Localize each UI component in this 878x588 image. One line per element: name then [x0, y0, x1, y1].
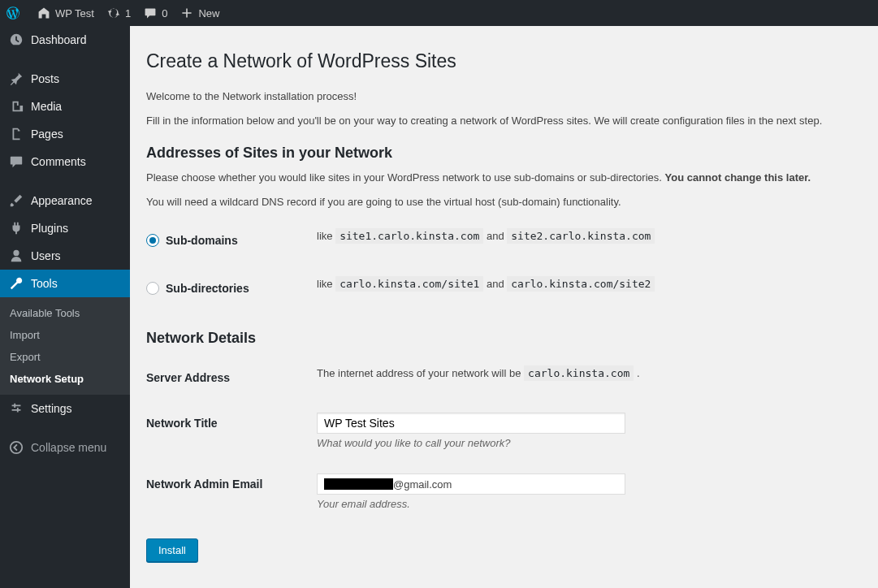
new-label: New — [198, 7, 219, 19]
menu-tools[interactable]: Tools — [0, 270, 130, 297]
address-options-table: Sub-domains like site1.carlo.kinsta.com … — [146, 218, 862, 313]
addresses-choice-text: Please choose whether you would like sit… — [146, 170, 862, 186]
user-icon — [8, 249, 24, 263]
menu-pages[interactable]: Pages — [0, 120, 130, 148]
submenu-network-setup[interactable]: Network Setup — [0, 368, 130, 390]
pin-icon — [8, 71, 24, 86]
page-icon — [8, 127, 24, 141]
home-icon — [37, 6, 50, 19]
welcome-text: Welcome to the Network installation proc… — [146, 89, 862, 105]
redacted-email-prefix — [324, 478, 393, 490]
subdomains-example: like site1.carlo.kinsta.com and site2.ca… — [309, 218, 862, 266]
network-title-input[interactable] — [317, 413, 625, 434]
comments-icon — [8, 154, 24, 169]
menu-users[interactable]: Users — [0, 242, 130, 270]
wp-logo-menu[interactable] — [0, 0, 31, 26]
subdirectories-example: like carlo.kinsta.com/site1 and carlo.ki… — [309, 266, 862, 313]
server-address-label: Server Address — [146, 355, 309, 400]
subdirectories-option[interactable]: Sub-directories — [146, 282, 249, 295]
admin-sidebar: Dashboard Posts Media Pages Comments App… — [0, 26, 130, 588]
media-icon — [8, 99, 24, 114]
network-title-description: What would you like to call your network… — [317, 437, 854, 449]
subdomains-option[interactable]: Sub-domains — [146, 234, 238, 247]
network-details-heading: Network Details — [146, 330, 862, 347]
plugin-icon — [8, 221, 24, 236]
wordpress-icon — [6, 6, 19, 19]
menu-settings[interactable]: Settings — [0, 395, 130, 422]
menu-media[interactable]: Media — [0, 93, 130, 120]
menu-dashboard[interactable]: Dashboard — [0, 26, 130, 54]
tools-submenu: Available Tools Import Export Network Se… — [0, 297, 130, 395]
addresses-heading: Addresses of Sites in your Network — [146, 145, 862, 162]
menu-plugins[interactable]: Plugins — [0, 214, 130, 242]
new-content-menu[interactable]: New — [174, 0, 226, 26]
comment-icon — [144, 6, 157, 19]
admin-email-label: Network Admin Email — [146, 461, 309, 522]
menu-comments[interactable]: Comments — [0, 148, 130, 175]
svg-point-0 — [11, 442, 22, 453]
collapse-menu[interactable]: Collapse menu — [0, 434, 130, 461]
install-button[interactable]: Install — [146, 538, 198, 562]
brush-icon — [8, 193, 24, 208]
updates-count: 1 — [125, 7, 131, 19]
admin-email-input[interactable]: @gmail.com — [317, 473, 625, 495]
collapse-icon — [8, 440, 24, 455]
network-details-table: Server Address The internet address of y… — [146, 355, 862, 522]
submenu-available-tools[interactable]: Available Tools — [0, 302, 130, 324]
dashboard-icon — [8, 32, 24, 47]
settings-icon — [8, 401, 24, 416]
main-content: Create a Network of WordPress Sites Welc… — [130, 26, 878, 588]
menu-posts[interactable]: Posts — [0, 65, 130, 93]
plus-icon — [180, 6, 193, 19]
network-title-label: Network Title — [146, 400, 309, 461]
subdomains-radio[interactable] — [146, 234, 159, 247]
comments-count: 0 — [162, 7, 167, 19]
update-icon — [107, 6, 120, 19]
page-title: Create a Network of WordPress Sites — [146, 34, 862, 80]
updates-menu[interactable]: 1 — [101, 0, 137, 26]
site-name-menu[interactable]: WP Test — [31, 0, 101, 26]
tools-icon — [8, 276, 24, 291]
submenu-export[interactable]: Export — [0, 346, 130, 368]
comments-menu[interactable]: 0 — [137, 0, 174, 26]
addresses-dns-text: You will need a wildcard DNS record if y… — [146, 194, 862, 210]
server-address-value: The internet address of your network wil… — [309, 355, 862, 400]
intro-text: Fill in the information below and you'll… — [146, 113, 862, 129]
site-title: WP Test — [55, 7, 94, 19]
admin-email-description: Your email address. — [317, 498, 854, 510]
submenu-import[interactable]: Import — [0, 324, 130, 346]
admin-bar: WP Test 1 0 New — [0, 0, 878, 26]
menu-appearance[interactable]: Appearance — [0, 187, 130, 214]
subdirectories-radio[interactable] — [146, 282, 159, 295]
